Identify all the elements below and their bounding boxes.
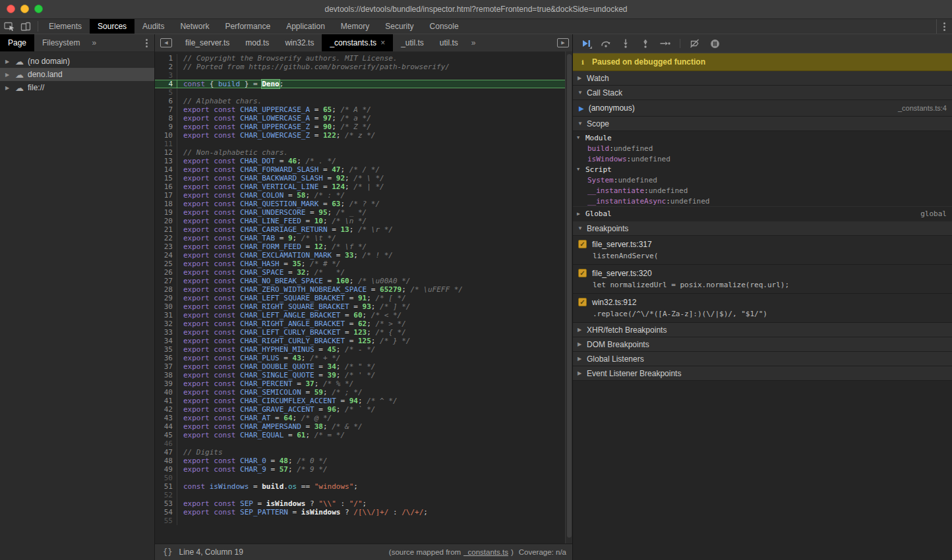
breakpoint-code-snippet[interactable]: listenAndServe(: [573, 250, 952, 262]
gutter-line-number[interactable]: 40: [155, 388, 177, 397]
gutter-line-number[interactable]: 44: [155, 422, 177, 431]
gutter-line-number[interactable]: 4: [155, 80, 177, 88]
breakpoint-location-row[interactable]: ✓file_server.ts:320: [573, 267, 952, 279]
breakpoint-location-row[interactable]: ✓win32.ts:912: [573, 296, 952, 308]
editor-tab-file-server-ts[interactable]: file_server.ts: [177, 34, 237, 51]
code-editor[interactable]: 1// Copyright the Browserify authors. MI…: [155, 51, 565, 544]
gutter-line-number[interactable]: 16: [155, 182, 177, 191]
section-call-stack[interactable]: ▼ Call Stack: [573, 86, 952, 100]
gutter-line-number[interactable]: 10: [155, 131, 177, 140]
gutter-line-number[interactable]: 24: [155, 251, 177, 260]
selected-token[interactable]: Deno: [262, 80, 280, 88]
step-over-button[interactable]: [599, 38, 612, 49]
gutter-line-number[interactable]: 54: [155, 508, 177, 517]
section-watch[interactable]: ▶ Watch: [573, 71, 952, 86]
device-toolbar-icon[interactable]: [20, 22, 31, 32]
scope-property[interactable]: isWindows: undefined: [573, 154, 952, 164]
call-stack-frame[interactable]: ▶(anonymous)_constants.ts:4: [573, 100, 952, 117]
step-button[interactable]: [659, 38, 672, 49]
gutter-line-number[interactable]: 7: [155, 105, 177, 114]
gutter-line-number[interactable]: 28: [155, 285, 177, 294]
gutter-line-number[interactable]: 46: [155, 439, 177, 448]
gutter-line-number[interactable]: 50: [155, 474, 177, 482]
scrollbar-thumb[interactable]: [567, 54, 572, 538]
gutter-line-number[interactable]: 43: [155, 414, 177, 422]
gutter-line-number[interactable]: 2: [155, 63, 177, 71]
gutter-line-number[interactable]: 31: [155, 311, 177, 320]
tab-elements[interactable]: Elements: [41, 19, 90, 34]
scope-group-global[interactable]: ▶Globalglobal: [573, 206, 952, 220]
gutter-line-number[interactable]: 3: [155, 71, 177, 80]
tree-item-file-[interactable]: ▶☁file://: [0, 81, 154, 94]
gutter-line-number[interactable]: 15: [155, 174, 177, 182]
gutter-line-number[interactable]: 20: [155, 217, 177, 225]
editor-tabs-overflow[interactable]: »: [466, 34, 481, 51]
gutter-line-number[interactable]: 33: [155, 328, 177, 337]
gutter-line-number[interactable]: 18: [155, 200, 177, 208]
gutter-line-number[interactable]: 9: [155, 123, 177, 131]
gutter-line-number[interactable]: 8: [155, 114, 177, 123]
editor-tab--constants-ts[interactable]: _constants.ts×: [322, 34, 393, 51]
gutter-line-number[interactable]: 27: [155, 277, 177, 285]
section-dom-breakpoints[interactable]: ▶DOM Breakpoints: [573, 337, 952, 352]
deactivate-breakpoints-button[interactable]: [688, 38, 701, 49]
breakpoint-checkbox[interactable]: ✓: [578, 298, 587, 306]
scope-group-module[interactable]: ▼Module: [573, 132, 952, 143]
gutter-line-number[interactable]: 30: [155, 302, 177, 311]
pretty-print-button[interactable]: {}: [155, 547, 179, 557]
gutter-line-number[interactable]: 22: [155, 234, 177, 242]
tab-console[interactable]: Console: [422, 19, 467, 34]
breakpoint-code-snippet[interactable]: let normalizedUrl = posix.normalize(req.…: [573, 279, 952, 291]
minimize-window-button[interactable]: [20, 5, 29, 13]
tree-item-deno-land[interactable]: ▶☁deno.land: [0, 68, 154, 81]
gutter-line-number[interactable]: 1: [155, 54, 177, 63]
gutter-line-number[interactable]: 38: [155, 371, 177, 379]
tab-memory[interactable]: Memory: [333, 19, 377, 34]
source-mapped-link[interactable]: _constants.ts: [463, 548, 508, 556]
hide-navigator-button[interactable]: ◀: [155, 34, 177, 51]
scope-property[interactable]: System: undefined: [573, 175, 952, 185]
gutter-line-number[interactable]: 5: [155, 88, 177, 97]
gutter-line-number[interactable]: 52: [155, 491, 177, 499]
frame-location[interactable]: _constants.ts:4: [898, 104, 947, 112]
editor-tab-win32-ts[interactable]: win32.ts: [277, 34, 322, 51]
scope-property[interactable]: __instantiate: undefined: [573, 185, 952, 196]
tab-sources[interactable]: Sources: [90, 19, 134, 34]
editor-tab--util-ts[interactable]: _util.ts: [393, 34, 432, 51]
gutter-line-number[interactable]: 47: [155, 448, 177, 457]
gutter-line-number[interactable]: 14: [155, 165, 177, 174]
close-window-button[interactable]: [7, 5, 15, 13]
section-event-listener-breakpoints[interactable]: ▶Event Listener Breakpoints: [573, 366, 952, 381]
scope-property[interactable]: build: undefined: [573, 143, 952, 154]
gutter-line-number[interactable]: 12: [155, 148, 177, 157]
breakpoint-checkbox[interactable]: ✓: [578, 240, 587, 248]
gutter-line-number[interactable]: 53: [155, 499, 177, 508]
tab-network[interactable]: Network: [172, 19, 217, 34]
step-out-button[interactable]: [639, 38, 652, 49]
tab-performance[interactable]: Performance: [217, 19, 278, 34]
close-tab-icon[interactable]: ×: [380, 38, 385, 47]
navigator-more-options[interactable]: [139, 34, 154, 51]
gutter-line-number[interactable]: 45: [155, 431, 177, 439]
scope-group-script[interactable]: ▼Script: [573, 164, 952, 175]
gutter-line-number[interactable]: 25: [155, 260, 177, 268]
section-xhr-fetch-breakpoints[interactable]: ▶XHR/fetch Breakpoints: [573, 323, 952, 337]
gutter-line-number[interactable]: 48: [155, 457, 177, 465]
scope-property[interactable]: __instantiateAsync: undefined: [573, 196, 952, 206]
gutter-line-number[interactable]: 41: [155, 397, 177, 405]
gutter-line-number[interactable]: 19: [155, 208, 177, 217]
navigator-tab-filesystem[interactable]: Filesystem: [34, 34, 88, 51]
tree-item--no-domain-[interactable]: ▶☁(no domain): [0, 55, 154, 68]
inspect-element-icon[interactable]: [4, 22, 15, 32]
gutter-line-number[interactable]: 39: [155, 379, 177, 388]
gutter-line-number[interactable]: 51: [155, 482, 177, 491]
gutter-line-number[interactable]: 34: [155, 337, 177, 345]
section-global-listeners[interactable]: ▶Global Listeners: [573, 352, 952, 366]
more-options[interactable]: [936, 19, 952, 34]
gutter-line-number[interactable]: 35: [155, 345, 177, 354]
step-into-button[interactable]: [619, 38, 632, 49]
navigator-tabs-overflow[interactable]: »: [88, 34, 100, 51]
resume-script-button[interactable]: [580, 38, 593, 49]
gutter-line-number[interactable]: 49: [155, 465, 177, 474]
gutter-line-number[interactable]: 23: [155, 242, 177, 251]
